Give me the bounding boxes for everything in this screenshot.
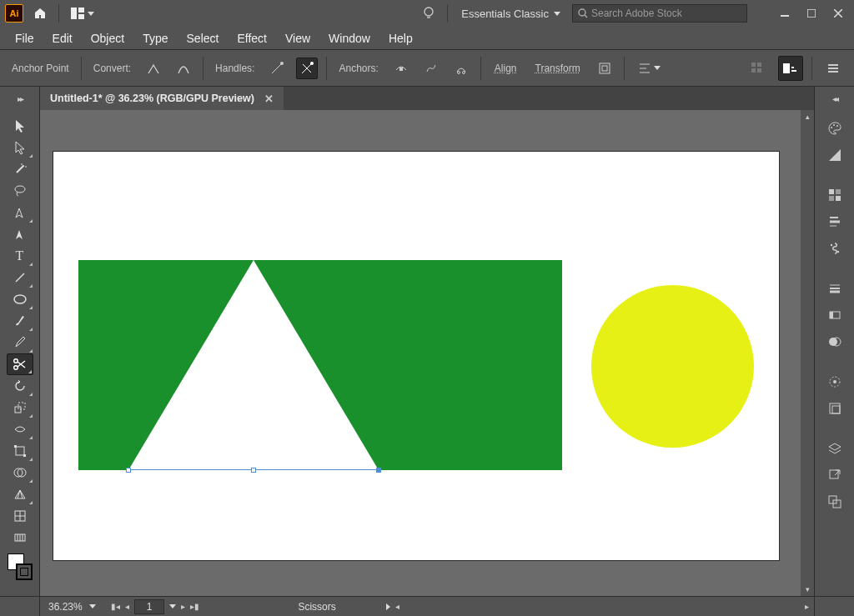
width-tool[interactable] [7, 418, 33, 440]
symbols-icon [827, 241, 842, 256]
gradient-panel-button[interactable] [821, 303, 848, 327]
lasso-tool[interactable] [7, 180, 33, 202]
curvature-tool[interactable] [7, 223, 33, 245]
canvas-viewport[interactable]: ▴ ▾ [40, 110, 814, 596]
chevron-down-icon [654, 66, 661, 70]
next-artboard-button[interactable]: ▸ [181, 602, 185, 611]
properties-panel-button[interactable] [745, 56, 770, 81]
pencil-tool[interactable] [7, 332, 33, 353]
scroll-left-button[interactable]: ◂ [395, 602, 399, 611]
menu-effect[interactable]: Effect [229, 28, 275, 48]
expand-left-panels-button[interactable]: ▸▸ [0, 87, 40, 110]
stock-search-field[interactable]: Search Adobe Stock [572, 4, 747, 23]
scissors-tool[interactable] [7, 353, 33, 375]
maximize-button[interactable] [801, 5, 822, 22]
zoom-level-dropdown[interactable]: 36.23% [40, 601, 104, 613]
status-right-spacer [814, 597, 854, 616]
direct-selection-tool[interactable] [7, 137, 33, 158]
convert-corner-button[interactable] [143, 58, 164, 79]
show-handles-button[interactable] [266, 58, 288, 79]
search-discover-button[interactable] [417, 2, 440, 25]
transform-panel-link[interactable]: Transform [530, 60, 585, 77]
artwork-circle[interactable] [591, 285, 754, 448]
menu-file[interactable]: File [7, 28, 43, 48]
type-tool[interactable]: T [7, 245, 33, 267]
scroll-right-button[interactable]: ▸ [805, 602, 809, 611]
menu-edit[interactable]: Edit [44, 28, 81, 48]
stroke-panel-button[interactable] [821, 277, 848, 300]
menu-help[interactable]: Help [380, 28, 421, 48]
swatches-panel-button[interactable] [821, 183, 848, 207]
horizontal-scrollbar[interactable]: ◂ ▸ [390, 602, 814, 611]
menu-type[interactable]: Type [134, 28, 176, 48]
menu-view[interactable]: View [277, 28, 319, 48]
artwork-triangle-cutout[interactable] [128, 260, 379, 470]
mesh-tool[interactable] [7, 505, 33, 527]
last-artboard-button[interactable]: ▸▮ [190, 602, 199, 611]
asset-export-panel-button[interactable] [821, 463, 848, 487]
maximize-icon [807, 9, 816, 18]
connect-end-points-button[interactable] [420, 58, 442, 79]
stroke-swatch[interactable] [16, 563, 33, 580]
prev-artboard-button[interactable]: ◂ [125, 602, 129, 611]
graphic-styles-panel-button[interactable] [821, 397, 848, 420]
convert-smooth-button[interactable] [173, 58, 194, 79]
close-tab-button[interactable]: ✕ [264, 93, 274, 105]
scroll-down-button[interactable]: ▾ [801, 583, 814, 596]
workspace-switcher[interactable]: Essentials Classic [455, 3, 567, 23]
first-artboard-button[interactable]: ▮◂ [111, 602, 120, 611]
magic-wand-tool[interactable] [7, 158, 33, 180]
symbols-panel-button[interactable] [821, 237, 848, 260]
free-transform-tool[interactable] [7, 440, 33, 462]
artboard-number-field[interactable]: 1 [134, 599, 165, 614]
pen-tool[interactable] [7, 202, 33, 223]
svg-line-88 [835, 470, 840, 475]
align-to-button[interactable] [633, 58, 666, 79]
paintbrush-tool[interactable] [7, 310, 33, 332]
work-area: T ▴ [0, 110, 854, 596]
line-segment-tool[interactable] [7, 267, 33, 288]
menu-object[interactable]: Object [83, 28, 133, 48]
selection-tool[interactable] [7, 115, 33, 137]
svg-rect-30 [791, 70, 796, 72]
vertical-scrollbar[interactable]: ▴ ▾ [801, 110, 814, 596]
layers-panel-button[interactable] [821, 437, 848, 460]
close-window-button[interactable] [827, 5, 849, 22]
separator [326, 57, 327, 80]
color-panel-button[interactable] [821, 117, 848, 140]
perspective-grid-tool[interactable] [7, 483, 33, 505]
gradient-tool[interactable] [7, 527, 33, 548]
anchor-point-selected[interactable] [376, 468, 381, 473]
search-icon [578, 8, 588, 18]
remove-anchor-button[interactable] [390, 58, 412, 79]
menu-window[interactable]: Window [320, 28, 379, 48]
minimize-button[interactable] [774, 5, 796, 22]
shape-builder-tool[interactable] [7, 462, 33, 483]
rotate-tool[interactable] [7, 375, 33, 397]
isolate-object-button[interactable] [594, 58, 615, 79]
appearance-panel-button[interactable] [821, 370, 848, 393]
brushes-panel-button[interactable] [821, 210, 848, 233]
ellipse-tool[interactable] [7, 288, 33, 310]
arrange-documents-button[interactable] [66, 2, 99, 25]
color-guide-panel-button[interactable] [821, 143, 848, 167]
transparency-panel-button[interactable] [821, 330, 848, 353]
artboards-panel-button[interactable] [821, 490, 848, 513]
document-tab[interactable]: Untitled-1* @ 36.23% (RGB/GPU Preview) ✕ [40, 87, 284, 110]
fill-stroke-swatches[interactable] [6, 553, 34, 580]
separator [203, 57, 203, 80]
anchor-point[interactable] [126, 468, 131, 473]
artboard[interactable] [53, 152, 779, 560]
anchor-point[interactable] [251, 468, 256, 473]
document-setup-button[interactable] [778, 56, 803, 81]
svg-rect-46 [18, 403, 25, 409]
align-panel-link[interactable]: Align [490, 60, 522, 77]
menu-select[interactable]: Select [178, 28, 228, 48]
scroll-up-button[interactable]: ▴ [801, 110, 814, 123]
expand-right-panels-button[interactable]: ◂◂ [814, 87, 854, 110]
cut-path-button[interactable] [450, 58, 472, 79]
hide-handles-button[interactable] [296, 58, 318, 79]
home-button[interactable] [28, 2, 52, 25]
preferences-button[interactable] [821, 56, 846, 81]
scale-tool[interactable] [7, 397, 33, 418]
